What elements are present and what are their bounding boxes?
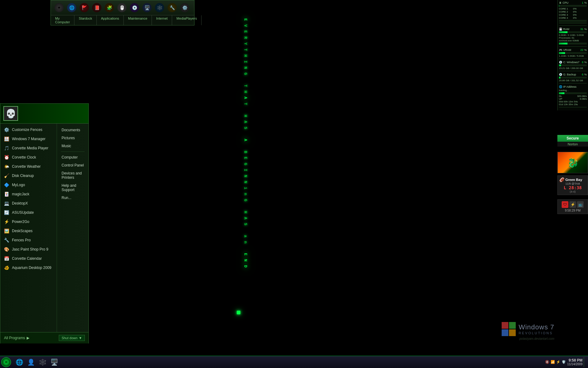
taskbar-clock[interactable]: 9:58 PM 11/14/2009 [567, 358, 582, 366]
watermark-text: potasiyam.deviantart.com [519, 337, 554, 340]
toolbar-icon-network[interactable]: 🕸️ [154, 2, 165, 13]
greenbay-score: L 28:38 [559, 185, 586, 190]
network-label: IP Address [563, 85, 576, 88]
smi-asusupdate[interactable]: 🔄 ASUSUpdate [0, 208, 57, 217]
all-programs-button[interactable]: All Programs ▶ [4, 336, 29, 340]
smi-power2go[interactable]: ⚡ Power2Go [0, 217, 57, 226]
network-icon: 🌐 [559, 85, 562, 88]
smr-help[interactable]: Help and Support [58, 182, 87, 194]
customize-fences-label: Customize Fences [12, 128, 42, 132]
toolbar-nav-mycomputer[interactable]: My Computer [51, 15, 74, 25]
toolbar-nav-maintenance[interactable]: Maintenance [124, 15, 152, 25]
sys-widget-time: 9:58:29 PM [559, 209, 586, 212]
up-label: UP [559, 98, 562, 100]
smr-devices[interactable]: Devices and Printers [58, 169, 87, 182]
vram-section: 🎮 VRAM 22% 1.1GB / 3.9GB / 5.0GB [559, 48, 587, 59]
smi-magicjack[interactable]: 🃏 magicJack [0, 190, 57, 199]
vram-label: VRAM [563, 48, 571, 52]
toolbar-nav: My Computer Stardock Applications Mainte… [51, 15, 194, 25]
smi-paintshop[interactable]: 🎨 Jasc Paint Shop Pro 9 [0, 245, 57, 254]
smi-disk-cleanup[interactable]: 🧹 Disk Cleanup [0, 171, 57, 180]
smr-music[interactable]: Music [58, 142, 87, 150]
disk-c-section: 💿 C: Windows7 8% 15.21 GB / 200.00 GB [559, 61, 587, 71]
greenbay-widget: 🏈 Green Bay 11/8 @TAM L 28:38 (4-4) [557, 175, 588, 195]
toolbar-icon-media[interactable]: 💿 [129, 2, 140, 13]
toolbar-icon-display[interactable]: 🖥️ [141, 2, 153, 13]
shutdown-button[interactable]: Shut down ▼ [59, 335, 85, 341]
all-programs-arrow-icon: ▶ [27, 336, 29, 340]
fences-pro-icon: 🔧 [3, 237, 9, 243]
ram-detail: 0.9GB / 2.1GB / 3.0GB [559, 34, 587, 36]
taskbar-icon-ie[interactable]: 🌐 [14, 357, 25, 368]
devices-label: Devices and Printers [62, 171, 84, 180]
show-desktop-button[interactable] [584, 357, 586, 367]
smr-control-panel[interactable]: Control Panel [58, 161, 87, 169]
desktopx-icon: 💻 [3, 200, 9, 206]
smr-pictures[interactable]: Pictures [58, 134, 87, 142]
uptime2: 01d 13h 35m 29s [559, 103, 587, 106]
disk-g-detail: 20.86 GB / 331.52 GB [559, 79, 587, 82]
smi-corvette-clock[interactable]: ⏰ Corvette Clock [0, 153, 57, 162]
smi-customize-fences[interactable]: ⚙️ Customize Fences [0, 125, 57, 134]
toolbar-icon-tools[interactable]: 🔧 [166, 2, 178, 13]
toolbar-nav-mediaplayers[interactable]: MediaPlayers [172, 15, 202, 25]
smi-corvette-media[interactable]: 🎵 Corvette Media Player [0, 144, 57, 153]
toolbar-icon-app1[interactable]: 📕 [91, 2, 103, 13]
taskbar-icon-network2[interactable]: 🕸️ [37, 357, 48, 368]
ram-percent: 31 [580, 28, 583, 31]
ram-label: RAM [563, 28, 569, 31]
toolbar-icons-row: ✦ 🌐 🚩 📕 🧩 🖱️ 💿 🖥️ [51, 0, 194, 15]
start-menu-body: ⚙️ Customize Fences 🪟 Windows 7 Manager … [0, 124, 89, 332]
magicjack-label: magicJack [12, 192, 29, 196]
smi-windows7-manager[interactable]: 🪟 Windows 7 Manager [0, 134, 57, 144]
smi-aquarium[interactable]: 🐠 Aquarium Desktop 2009 [0, 263, 57, 272]
toolbar-nav-stardock[interactable]: Stardock [74, 15, 96, 25]
smi-desktopx[interactable]: 💻 DesktopX [0, 199, 57, 208]
smi-corvette-weather[interactable]: 🌤️ Corvette Weather [0, 162, 57, 171]
core4-val: 0% [573, 17, 587, 19]
smr-computer[interactable]: Computer [58, 153, 87, 161]
start-menu-right-panel: Documents Pictures Music Computer Contro… [57, 124, 89, 332]
core2-val: 0% [573, 10, 587, 13]
skull-icon: 💀 [6, 109, 16, 119]
customize-fences-icon: ⚙️ [3, 127, 9, 133]
taskbar-notify-icon2: 📶 [551, 360, 555, 364]
toolbar-icon-flag[interactable]: 🚩 [78, 2, 90, 13]
norton-widget: Secure Norton [557, 135, 588, 147]
start-button[interactable]: ⊞ [0, 356, 12, 368]
corvette-calendar-label: Corvette Calendar [12, 256, 42, 261]
core3-label: CORE 3 [559, 13, 573, 16]
taskbar-notification-area: 🔇 📶 ⚡ 🛡️ 9:58 PM 11/14/2009 [543, 357, 588, 367]
core3-val: 0% [573, 13, 587, 16]
toolbar-icon-spotlight[interactable]: ✦ [53, 2, 65, 13]
toolbar-icon-cursor[interactable]: 🖱️ [116, 2, 128, 13]
pictures-label: Pictures [62, 136, 75, 140]
fences-pro-label: Fences Pro [12, 238, 31, 242]
taskbar-icon-user[interactable]: 👤 [25, 357, 36, 368]
start-menu-footer: All Programs ▶ Shut down ▼ [0, 332, 89, 343]
toolbar-nav-applications[interactable]: Applications [97, 15, 124, 25]
taskbar-icon-monitor[interactable]: 🖥️ [49, 357, 60, 368]
smi-mylogo[interactable]: 🔷 MyLogo [0, 180, 57, 190]
smi-deskscapes[interactable]: 🖼️ DeskScapes [0, 226, 57, 236]
cpu-icon: 🖥 [559, 1, 562, 4]
disk-g-icon: 💿 [559, 73, 562, 76]
toolbar-icon-ie[interactable]: 🌐 [66, 2, 77, 13]
mylogo-label: MyLogo [12, 183, 25, 187]
toolbar-nav-internet[interactable]: Internet [152, 15, 172, 25]
taskbar-sys-icons-widget: 🛡 ⚡ 📺 9:58:29 PM [557, 199, 588, 214]
magicjack-icon: 🃏 [3, 191, 9, 197]
toolbar-icon-settings[interactable]: ⚙️ [179, 2, 190, 13]
corvette-media-icon: 🎵 [3, 145, 9, 151]
smr-documents[interactable]: Documents [58, 126, 87, 134]
smr-run[interactable]: Run... [58, 194, 87, 202]
toolbar-icon-puzzle[interactable]: 🧩 [104, 2, 115, 13]
smi-corvette-calendar[interactable]: 📅 Corvette Calendar [0, 254, 57, 263]
matrix-cursor-dot [237, 311, 240, 314]
greenbay-team: Green Bay [565, 178, 582, 182]
start-menu-header: 💀 [0, 104, 89, 124]
corvette-calendar-icon: 📅 [3, 255, 9, 262]
cpu-percent: 1 [582, 1, 583, 4]
smi-fences-pro[interactable]: 🔧 Fences Pro [0, 236, 57, 245]
start-menu-avatar: 💀 [3, 106, 18, 121]
